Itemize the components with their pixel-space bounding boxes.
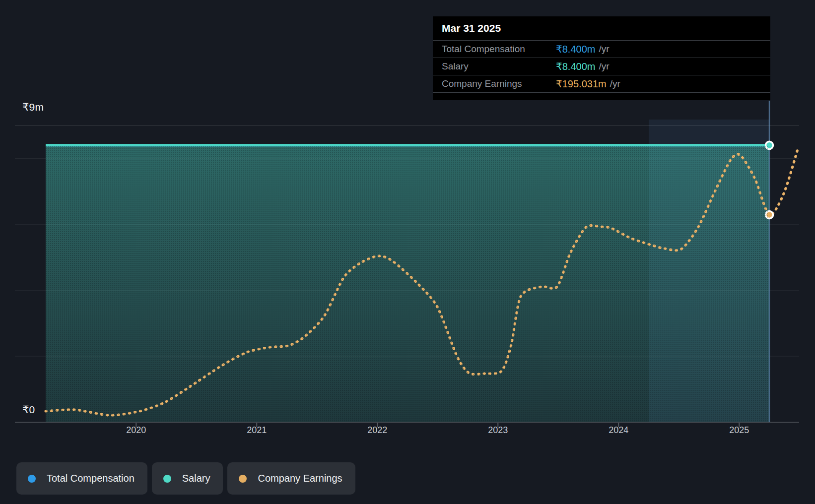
x-axis-label-2023: 2023: [488, 425, 508, 436]
legend-pill-salary[interactable]: Salary: [152, 462, 223, 495]
tooltip-row-value: ₹8.400m: [556, 61, 595, 72]
tooltip-row-label: Total Compensation: [442, 44, 556, 55]
salary-area-fill: [46, 145, 769, 422]
legend-pill-company-earnings[interactable]: Company Earnings: [227, 462, 355, 495]
x-axis-label-2022: 2022: [367, 425, 387, 436]
tooltip-row-0: Total Compensation₹8.400m/yr: [433, 41, 770, 58]
hover-tooltip: Mar 31 2025 Total Compensation₹8.400m/yr…: [433, 16, 770, 100]
salary-marker[interactable]: [766, 141, 773, 149]
tooltip-row-suffix: /yr: [599, 44, 609, 55]
y-axis-label-zero: ₹0: [22, 404, 35, 416]
tooltip-row-1: Salary₹8.400m/yr: [433, 58, 770, 75]
tooltip-row-label: Salary: [442, 61, 556, 72]
tooltip-row-value: ₹8.400m: [556, 43, 595, 55]
tooltip-row-suffix: /yr: [610, 78, 620, 89]
legend-dot-icon: [163, 475, 171, 483]
tooltip-row-label: Company Earnings: [442, 78, 556, 89]
x-axis-label-2025: 2025: [729, 425, 749, 436]
legend-pill-total-compensation[interactable]: Total Compensation: [16, 462, 147, 495]
legend-dot-icon: [28, 475, 36, 483]
tooltip-rows: Total Compensation₹8.400m/yrSalary₹8.400…: [433, 41, 770, 93]
legend-label: Company Earnings: [258, 473, 342, 484]
legend-dot-icon: [239, 475, 247, 483]
earnings-marker[interactable]: [766, 211, 773, 218]
y-axis-label-top: ₹9m: [22, 101, 44, 113]
legend-label: Salary: [182, 473, 210, 484]
x-axis-label-2020: 2020: [126, 425, 146, 436]
tooltip-row-value: ₹195.031m: [556, 78, 607, 90]
tooltip-date: Mar 31 2025: [433, 16, 770, 41]
legend: Total CompensationSalaryCompany Earnings: [16, 462, 355, 495]
x-axis-label-2021: 2021: [247, 425, 267, 436]
compensation-chart-app: ₹9m ₹0 202020212022202320242025 Mar 31 2…: [0, 0, 815, 504]
x-axis-label-2024: 2024: [609, 425, 628, 436]
legend-label: Total Compensation: [47, 473, 135, 484]
tooltip-row-2: Company Earnings₹195.031m/yr: [433, 75, 770, 93]
tooltip-row-suffix: /yr: [599, 61, 609, 72]
